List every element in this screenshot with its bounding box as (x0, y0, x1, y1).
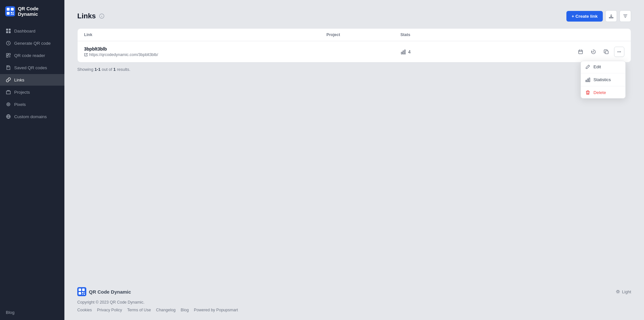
svg-rect-14 (9, 53, 10, 55)
svg-rect-34 (79, 292, 81, 295)
copy-button[interactable] (601, 47, 611, 57)
domains-icon (6, 114, 11, 119)
sidebar-item-generate[interactable]: Generate QR code (0, 37, 64, 49)
sidebar-item-dashboard[interactable]: Dashboard (0, 25, 64, 37)
edit-icon (585, 64, 590, 69)
link-url-text: https://qrcodedynamic.com/3bpblt3blb/ (89, 52, 158, 57)
light-mode-icon (616, 289, 620, 294)
col-stats: Stats (394, 29, 459, 41)
svg-rect-10 (6, 31, 8, 33)
dashboard-icon (6, 28, 11, 33)
filter-icon (623, 14, 628, 19)
svg-rect-22 (404, 50, 405, 54)
svg-rect-32 (79, 288, 81, 291)
stats-count: 4 (408, 49, 411, 54)
svg-point-26 (619, 51, 620, 52)
calendar-icon (578, 49, 583, 54)
footer-link-terms[interactable]: Terms of Use (127, 308, 151, 312)
links-icon (6, 77, 11, 82)
svg-rect-1 (7, 8, 10, 11)
dropdown-statistics-label: Statistics (593, 77, 611, 82)
dropdown-delete-label: Delete (593, 90, 606, 95)
svg-rect-7 (13, 14, 14, 15)
sidebar-item-links[interactable]: Links (0, 74, 64, 86)
footer-top: QR Code Dynamic Light (77, 287, 631, 296)
footer-link-privacy[interactable]: Privacy Policy (97, 308, 122, 312)
footer-logo-icon (77, 287, 86, 296)
svg-rect-2 (11, 8, 14, 11)
footer-link-blog[interactable]: Blog (181, 308, 189, 312)
create-link-button[interactable]: + Create link (566, 11, 603, 22)
info-icon[interactable] (99, 13, 105, 19)
footer-light-toggle[interactable]: Light (616, 289, 631, 294)
stats-cell: 4 (401, 49, 452, 55)
link-project (320, 41, 394, 62)
dropdown-statistics[interactable]: Statistics (581, 74, 625, 85)
svg-rect-24 (605, 51, 608, 54)
sidebar-item-blog[interactable]: Blog (6, 310, 59, 315)
footer-copyright: Copyright © 2023 QR Code Dynamic. (77, 300, 631, 305)
svg-rect-37 (82, 294, 83, 295)
svg-rect-0 (5, 6, 15, 16)
external-link-icon (84, 53, 88, 57)
statistics-icon (585, 77, 590, 82)
page-title: Links (77, 12, 96, 20)
svg-rect-6 (11, 14, 12, 15)
sidebar-item-pixels[interactable]: Pixels (0, 99, 64, 110)
sidebar-item-label: Projects (14, 90, 30, 95)
svg-point-27 (620, 51, 621, 52)
svg-rect-8 (6, 29, 8, 31)
svg-rect-23 (579, 50, 582, 54)
svg-rect-5 (13, 12, 14, 13)
svg-rect-31 (77, 287, 86, 296)
svg-rect-29 (587, 79, 588, 82)
download-button[interactable] (605, 10, 617, 22)
history-button[interactable] (588, 47, 599, 57)
sidebar: QR Code Dynamic Dashboard Generate QR co… (0, 0, 64, 320)
sidebar-item-label: Custom domains (14, 114, 47, 119)
showing-range: 1-1 (95, 67, 101, 72)
sidebar-item-reader[interactable]: QR code reader (0, 50, 64, 61)
svg-rect-38 (84, 294, 85, 295)
dropdown-delete[interactable]: Delete (581, 87, 625, 98)
sidebar-item-domains[interactable]: Custom domains (0, 111, 64, 122)
sidebar-logo[interactable]: QR Code Dynamic (0, 0, 64, 23)
sidebar-item-saved[interactable]: Saved QR codes (0, 62, 64, 73)
copy-icon (604, 49, 609, 54)
dropdown-edit[interactable]: Edit (581, 61, 625, 72)
row-actions (465, 47, 624, 57)
showing-total: 1 (113, 67, 116, 72)
footer-link-popupsmart[interactable]: Powered by Popupsmart (194, 308, 238, 312)
generate-icon (6, 41, 11, 46)
svg-rect-20 (401, 52, 402, 54)
more-options-button[interactable] (614, 47, 624, 57)
stats-bar-icon (401, 49, 406, 55)
footer-link-cookies[interactable]: Cookies (77, 308, 92, 312)
sidebar-item-label: Dashboard (14, 29, 35, 33)
sidebar-item-projects[interactable]: Projects (0, 86, 64, 98)
footer-link-changelog[interactable]: Changelog (156, 308, 175, 312)
svg-rect-21 (403, 51, 404, 54)
links-table: Link Project Stats 3bpblt3blb https://qr… (78, 29, 631, 62)
svg-rect-13 (6, 53, 8, 55)
sidebar-bottom: Blog (0, 305, 64, 320)
link-name: 3bpblt3blb (84, 46, 314, 52)
schedule-button[interactable] (575, 47, 586, 57)
pixels-icon (6, 102, 11, 107)
showing-results: Showing 1-1 out of 1 results. (77, 67, 631, 72)
sidebar-nav: Dashboard Generate QR code QR code reade… (0, 23, 64, 125)
filter-button[interactable] (620, 10, 631, 22)
table-row: 3bpblt3blb https://qrcodedynamic.com/3bp… (78, 41, 631, 62)
footer-light-label: Light (622, 289, 631, 294)
more-dots-icon (617, 49, 622, 54)
svg-rect-36 (84, 292, 85, 293)
svg-point-39 (617, 291, 619, 293)
footer-logo: QR Code Dynamic (77, 287, 131, 296)
svg-rect-33 (82, 288, 85, 291)
showing-results-word: results. (117, 67, 130, 72)
links-table-container: Link Project Stats 3bpblt3blb https://qr… (77, 28, 631, 62)
dropdown-menu: Edit Statistics Delete (581, 61, 626, 99)
sidebar-logo-text: QR Code Dynamic (18, 6, 59, 17)
showing-label: Showing (77, 67, 93, 72)
col-link: Link (78, 29, 320, 41)
